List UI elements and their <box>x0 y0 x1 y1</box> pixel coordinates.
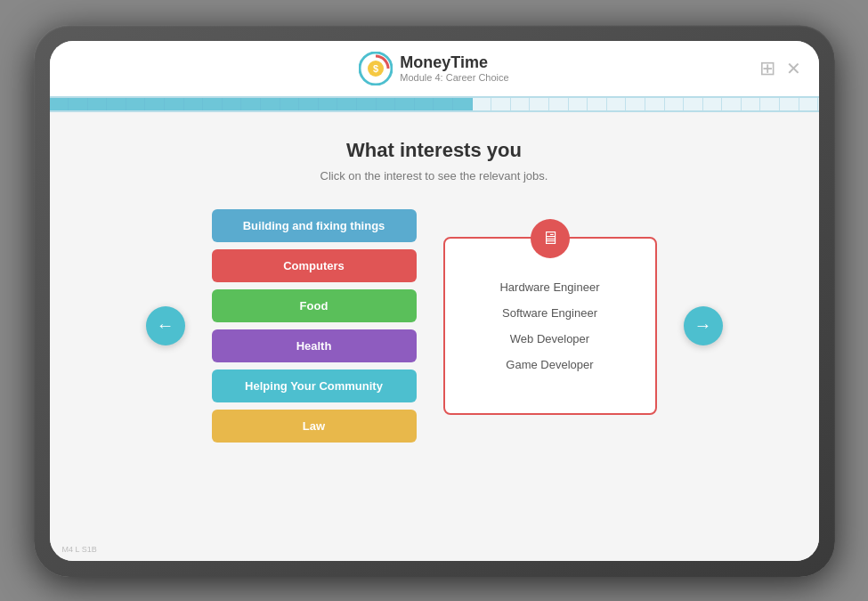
interest-btn-3[interactable]: Health <box>212 329 417 362</box>
job-item-2: Web Developer <box>499 326 599 352</box>
page-subtitle: Click on the interest to see the relevan… <box>320 169 548 183</box>
svg-text:$: $ <box>373 63 378 74</box>
back-arrow-button[interactable]: ← <box>146 306 185 345</box>
interest-btn-2[interactable]: Food <box>212 289 417 322</box>
tablet-device: $ MoneyTime Module 4: Career Choice ⊞ ✕ … <box>34 25 835 577</box>
logo-area: $ MoneyTime Module 4: Career Choice <box>359 52 508 85</box>
interest-btn-5[interactable]: Law <box>212 410 417 443</box>
main-content: What interests you Click on the interest… <box>50 112 819 561</box>
close-icon[interactable]: ✕ <box>786 58 801 79</box>
interest-list: Building and fixing thingsComputersFoodH… <box>212 209 417 443</box>
job-panel: 🖥 Hardware EngineerSoftware EngineerWeb … <box>443 237 657 415</box>
calculator-icon[interactable]: ⊞ <box>759 57 775 80</box>
interest-btn-1[interactable]: Computers <box>212 249 417 282</box>
tablet-screen: $ MoneyTime Module 4: Career Choice ⊞ ✕ … <box>50 41 819 561</box>
watermark: M4 L S1B <box>62 545 97 554</box>
interest-btn-4[interactable]: Helping Your Community <box>212 370 417 402</box>
header-title-block: MoneyTime Module 4: Career Choice <box>400 53 508 83</box>
content-row: ← Building and fixing thingsComputersFoo… <box>68 209 801 443</box>
logo-icon: $ <box>359 52 393 85</box>
progress-bar <box>50 96 819 112</box>
job-panel-icon: 🖥 <box>531 219 570 258</box>
header-actions: ⊞ ✕ <box>759 57 801 80</box>
app-subtitle: Module 4: Career Choice <box>400 72 508 83</box>
job-item-3: Game Developer <box>499 352 599 378</box>
app-title: MoneyTime <box>400 53 508 72</box>
job-list: Hardware EngineerSoftware EngineerWeb De… <box>499 274 599 378</box>
page-title: What interests you <box>346 139 522 162</box>
progress-ticks <box>50 98 819 110</box>
next-arrow-button[interactable]: → <box>684 306 723 345</box>
job-item-0: Hardware Engineer <box>499 274 599 300</box>
interest-btn-0[interactable]: Building and fixing things <box>212 209 417 242</box>
header: $ MoneyTime Module 4: Career Choice ⊞ ✕ <box>50 41 819 96</box>
job-item-1: Software Engineer <box>499 300 599 326</box>
